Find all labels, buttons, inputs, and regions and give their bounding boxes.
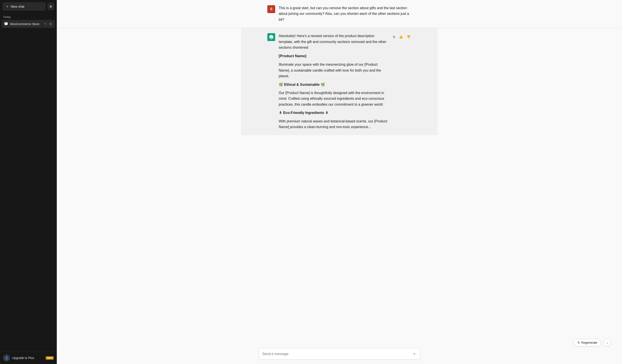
product-name: [Product Name] [279,53,389,59]
assistant-message-content: Absolutely! Here's a revised version of … [279,33,389,130]
new-badge: NEW [46,356,54,360]
chat-list: 💬 WooCommerce Store ✎ 🗑 [0,20,57,352]
product-intro: Illuminate your space with the mesmerizi… [279,62,389,79]
assistant-avatar [267,33,275,41]
chat-item-label: WooCommerce Store [10,22,41,26]
thumbs-up-button[interactable]: 👍 [398,34,404,40]
regenerate-icon: ↻ [577,341,580,344]
user-message-text: This is a great start, but can you remov… [279,5,411,22]
regenerate-button[interactable]: ↻ Regenerate [574,339,601,346]
input-container: ➤ [241,348,438,364]
toggle-sidebar-button[interactable]: ⊞ [47,3,54,10]
today-label: Today [0,13,57,20]
main-content: S This is a great start, but can you rem… [57,0,622,364]
scroll-down-button[interactable]: ↓ [603,339,611,346]
sidebar-footer[interactable]: 👤 Upgrade to Plus NEW [0,352,57,364]
chat-icon: 💬 [4,22,8,26]
send-button[interactable]: ➤ [412,351,416,356]
copy-button[interactable]: ⧉ [392,34,396,40]
new-chat-label: New chat [11,5,24,8]
toggle-icon: ⊞ [50,5,52,8]
assistant-intro: Absolutely! Here's a revised version of … [279,33,389,50]
delete-chat-button[interactable]: 🗑 [48,22,53,26]
user-avatar: S [267,5,275,13]
user-icon: 👤 [5,356,9,360]
send-icon: ➤ [413,352,416,355]
thumbs-down-button[interactable]: 👎 [406,34,411,40]
section-1-heading: 🌿 Ethical & Sustainable 🌿 [279,82,389,88]
message-actions: ⧉ 👍 👎 [392,33,411,40]
sidebar-top: ＋ New chat ⊞ [0,0,57,13]
chat-item-actions: ✎ 🗑 [43,22,53,26]
input-box: ➤ [259,348,420,360]
avatar: 👤 [3,354,10,361]
user-message: S This is a great start, but can you rem… [241,0,438,28]
message-input[interactable] [262,352,412,356]
edit-chat-button[interactable]: ✎ [43,22,47,26]
plus-icon: ＋ [6,4,9,9]
assistant-message: Absolutely! Here's a revised version of … [241,28,438,135]
new-chat-button[interactable]: ＋ New chat [3,2,46,11]
regenerate-label: Regenerate [581,341,597,344]
section-2-body: With premium natural waxes and botanical… [279,118,389,130]
sidebar: ＋ New chat ⊞ Today 💬 WooCommerce Store ✎… [0,0,57,364]
upgrade-label: Upgrade to Plus [12,356,43,360]
user-message-content: This is a great start, but can you remov… [279,5,411,22]
scroll-down-icon: ↓ [606,341,608,344]
section-2-heading: 🕯 Eco-Friendly Ingredients 🕯 [279,110,389,116]
messages-area: S This is a great start, but can you rem… [57,0,622,348]
floating-controls: ↻ Regenerate ↓ [574,339,611,346]
section-1-body: Our [Product Name] is thoughtfully desig… [279,90,389,107]
chat-item-woocommerce[interactable]: 💬 WooCommerce Store ✎ 🗑 [2,20,55,28]
